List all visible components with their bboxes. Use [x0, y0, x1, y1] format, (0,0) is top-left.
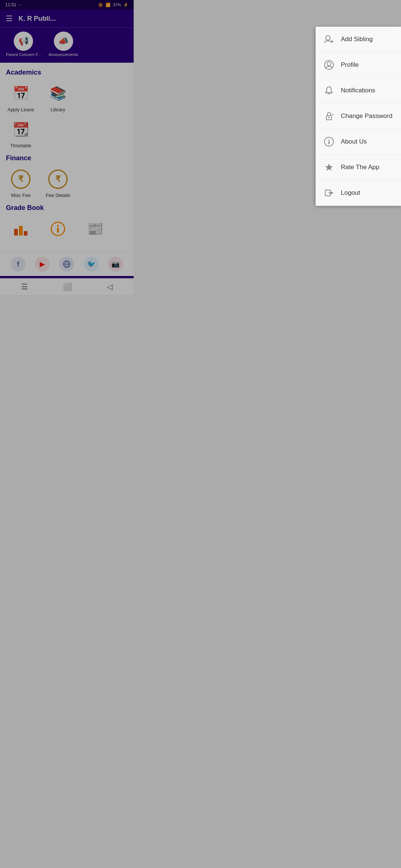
menu-overlay[interactable] [0, 0, 134, 295]
